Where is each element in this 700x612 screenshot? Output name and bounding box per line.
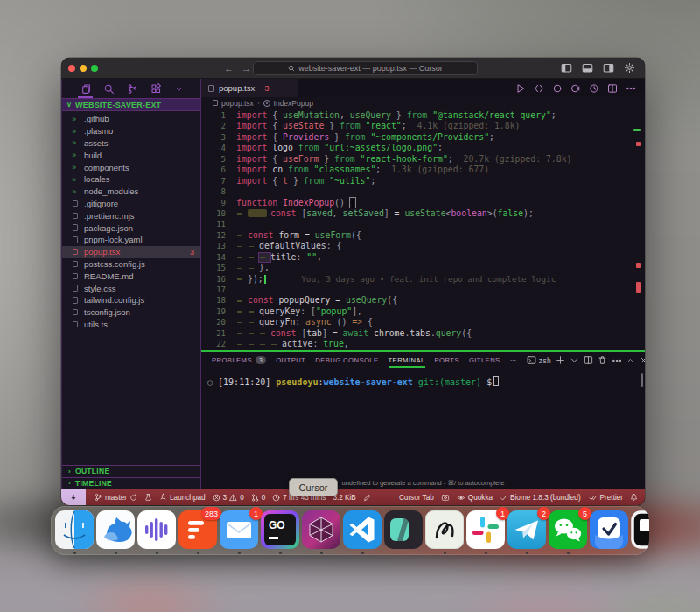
tree-item--plasmo[interactable]: ».plasmo (62, 125, 200, 137)
dock-app-things-todo-app[interactable] (590, 510, 628, 549)
dock-app-reeder-rss-app[interactable]: 283 (178, 510, 217, 549)
history-icon[interactable] (589, 83, 599, 94)
sidebar-section-outline[interactable]: ›OUTLINE (62, 465, 200, 477)
dock-app-scribble-notes-app[interactable] (425, 510, 464, 549)
status-item[interactable] (441, 494, 450, 502)
run-icon[interactable] (515, 83, 526, 94)
prev-next-edit-icon[interactable] (534, 83, 544, 94)
settings-gear-icon[interactable] (624, 62, 635, 74)
tree-item-pnpm-lock-yaml[interactable]: pnpm-lock.yaml (62, 234, 200, 246)
close-icon[interactable] (639, 355, 645, 365)
dock-app-telegram-app[interactable]: 2 (508, 510, 546, 549)
search-icon[interactable] (103, 79, 115, 98)
chevron-down-icon[interactable] (570, 355, 579, 365)
dock-app-mail-app[interactable]: 1 (220, 510, 258, 549)
panel-tab-output[interactable]: OUTPUT (276, 352, 305, 369)
tree-item-postcss-config-js[interactable]: postcss.config.js (62, 258, 200, 271)
extensions-icon[interactable] (150, 79, 162, 98)
dock-app-vscode-app[interactable] (343, 510, 382, 549)
command-center-search[interactable]: website-saver-ext — popup.tsx — Cursor (253, 61, 478, 75)
tree-item-build[interactable]: »build (62, 149, 200, 161)
line-number: 8 (201, 186, 236, 197)
status-item-0[interactable]: 0 (251, 494, 266, 502)
status-item-3[interactable]: 30 (213, 494, 244, 502)
sidebar-section-timeline[interactable]: ›TIMELINE (62, 477, 200, 489)
zoom-button[interactable] (91, 65, 98, 72)
tree-item-locales[interactable]: »locales (62, 173, 200, 186)
terminal-scrollbar[interactable] (640, 373, 643, 387)
panel-tab--[interactable]: ⋯ (510, 352, 517, 369)
chevron-up-icon[interactable] (626, 356, 634, 364)
code-token: "url:~assets/logo.png" (324, 143, 438, 152)
circle-icon[interactable] (552, 83, 563, 94)
dock-app-finder[interactable] (55, 510, 94, 549)
status-item[interactable] (630, 493, 638, 502)
status-item-biome-1-8-3-bundled-[interactable]: Biome 1.8.3 (bundled) (500, 494, 581, 502)
tree-item--gitignore[interactable]: .gitignore (62, 198, 200, 210)
terminal[interactable]: ○ [19:11:20] pseudoyu:website-saver-ext … (201, 369, 645, 489)
status-item-launchpad[interactable]: Launchpad (159, 493, 206, 502)
close-button[interactable] (68, 65, 75, 72)
source-control-icon[interactable] (127, 79, 138, 98)
more-icon[interactable] (626, 83, 636, 94)
tree-item--prettierrc-mjs[interactable]: .prettierrc.mjs (62, 209, 200, 222)
tree-item-assets[interactable]: »assets (62, 137, 200, 150)
panel-tab-ports[interactable]: PORTS (435, 352, 459, 369)
chevron-right-icon: › (257, 99, 260, 107)
forward-icon[interactable]: → (242, 62, 251, 74)
dock-app-audio-waves-app[interactable] (137, 510, 176, 549)
tree-item-style-css[interactable]: style.css (62, 282, 200, 294)
status-item[interactable] (144, 493, 152, 502)
toggle-panel-icon[interactable] (582, 62, 593, 74)
split-editor-icon[interactable] (607, 83, 618, 94)
circle-run-icon[interactable] (570, 83, 581, 94)
code-token: "~components/Providers" (370, 132, 489, 142)
dock-app-wechat-app[interactable]: 5 (549, 510, 587, 549)
chevron-down-icon[interactable] (174, 79, 184, 98)
project-header[interactable]: ∨ WEBSITE-SAVER-EXT (62, 98, 200, 111)
dock-app-terminal-mint-app[interactable] (384, 510, 423, 549)
status-item-prettier[interactable]: Prettier (588, 494, 623, 502)
panel-tab-debug-console[interactable]: DEBUG CONSOLE (315, 352, 378, 369)
dock-app-goland-app[interactable]: GO (261, 510, 299, 549)
plus-icon[interactable] (556, 355, 565, 365)
status-item-cursor-tab[interactable]: Cursor Tab (399, 494, 434, 502)
tree-item-label: utils.ts (84, 320, 108, 329)
tree-item-utils-ts[interactable]: utils.ts (62, 319, 200, 331)
tree-item-tailwind-config-js[interactable]: tailwind.config.js (62, 294, 200, 306)
tree-item-package-json[interactable]: package.json (62, 222, 200, 234)
tree-item-node-modules[interactable]: »node_modules (62, 186, 200, 198)
flask-icon (144, 493, 152, 502)
code-token: : (295, 317, 305, 327)
status-item-master[interactable]: master (94, 493, 137, 502)
tree-item-components[interactable]: »components (62, 161, 200, 173)
split-icon[interactable] (584, 355, 593, 365)
tree-item-tsconfig-json[interactable]: tsconfig.json (62, 306, 200, 319)
dock-app-clipped-app[interactable] (631, 510, 649, 549)
tree-item-popup-tsx[interactable]: popup.tsx3 (62, 246, 200, 258)
trash-icon[interactable] (598, 355, 607, 365)
dock-app-blue-fox-app[interactable] (96, 510, 135, 549)
tab-popup-tsx[interactable]: popup.tsx 3 (201, 79, 298, 97)
breadcrumb[interactable]: popup.tsx › IndexPopup (201, 97, 645, 109)
more-icon[interactable] (612, 355, 622, 366)
toggle-secondary-sidebar-icon[interactable] (603, 62, 614, 74)
panel-tab-problems[interactable]: PROBLEMS3 (212, 352, 266, 369)
shell-selector[interactable]: zsh (527, 355, 551, 365)
panel-tab-terminal[interactable]: TERMINAL (388, 352, 425, 369)
toggle-sidebar-icon[interactable] (561, 62, 572, 74)
rocket-icon (159, 493, 167, 502)
tree-item-README-md[interactable]: README.md (62, 270, 200, 282)
status-item[interactable] (363, 494, 371, 502)
code-editor[interactable]: 1import { useMutation, useQuery } from "… (201, 109, 645, 350)
dock-app-slack-app[interactable]: 1 (466, 510, 505, 549)
remote-indicator[interactable] (61, 489, 86, 505)
status-item-quokka[interactable]: Quokka (457, 494, 493, 502)
back-icon[interactable]: ← (224, 62, 234, 74)
panel-tab-gitlens[interactable]: GITLENS (469, 352, 500, 369)
files-icon[interactable] (80, 79, 91, 98)
dock-app-cursor-app[interactable] (302, 510, 340, 549)
tree-item--github[interactable]: ».github (62, 113, 200, 125)
minimize-button[interactable] (80, 65, 87, 72)
running-indicator-dot (74, 552, 76, 554)
